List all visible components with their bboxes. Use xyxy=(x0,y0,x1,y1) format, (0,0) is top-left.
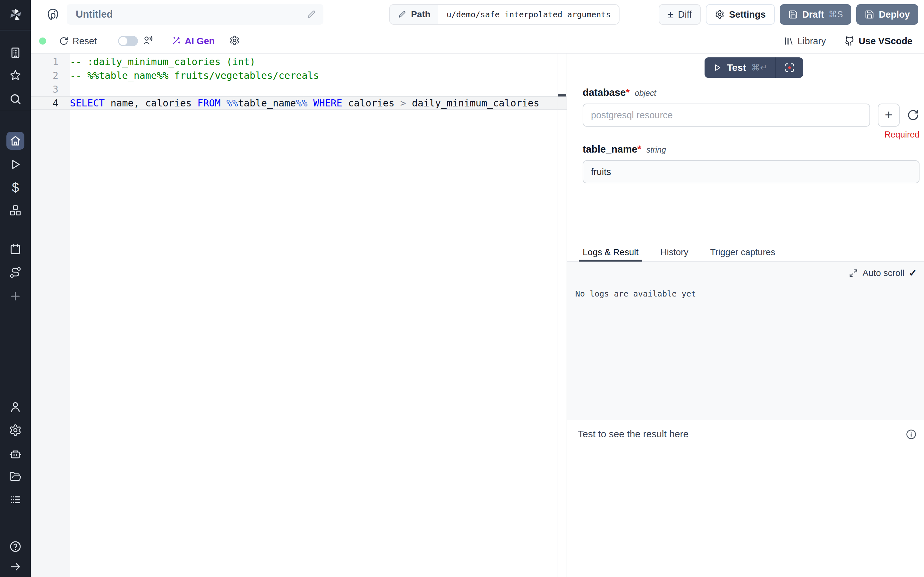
expand-icon[interactable] xyxy=(849,269,858,277)
arrow-right-icon xyxy=(9,560,22,573)
refresh-icon xyxy=(59,36,69,46)
tab-logs-result[interactable]: Logs & Result xyxy=(583,243,638,261)
code-row-3: 3 xyxy=(31,82,567,96)
save-icon xyxy=(865,10,874,19)
sidebar-item-home[interactable] xyxy=(6,132,24,150)
gear-icon xyxy=(9,424,22,437)
add-resource-button[interactable]: + xyxy=(878,103,900,127)
draft-button[interactable]: Draft ⌘S xyxy=(780,4,851,25)
sidebar-divider xyxy=(0,110,31,110)
sidebar-item-workers[interactable] xyxy=(0,445,31,463)
sidebar-collapse-toggle[interactable] xyxy=(0,558,31,576)
test-button[interactable]: Test ⌘↵ xyxy=(704,57,775,78)
use-vscode-button[interactable]: Use VScode xyxy=(845,36,913,47)
table-name-input[interactable] xyxy=(583,160,919,183)
test-shortcut: ⌘↵ xyxy=(751,63,767,73)
calendar-icon xyxy=(9,243,22,255)
vscode-label: Use VScode xyxy=(859,36,913,47)
plus-label: + xyxy=(885,108,893,122)
library-icon xyxy=(783,36,794,46)
library-button[interactable]: Library xyxy=(783,36,826,47)
status-dot xyxy=(39,37,46,45)
draft-shortcut: ⌘S xyxy=(829,9,843,19)
editor-toolbar: Reset AI Gen Library Use VScode xyxy=(31,29,924,53)
database-input[interactable] xyxy=(583,103,870,127)
required-asterisk: * xyxy=(638,143,641,155)
play-icon xyxy=(713,63,722,72)
table-name-field-row xyxy=(583,160,919,183)
user-icon xyxy=(9,401,22,414)
database-required-error: Required xyxy=(583,130,919,140)
help-icon xyxy=(9,540,22,553)
deploy-button[interactable]: Deploy xyxy=(856,4,918,25)
path-pill[interactable]: Path u/demo/safe_interpolated_arguments xyxy=(389,4,620,25)
script-title-field[interactable]: Untitled xyxy=(67,4,323,25)
toolbar-divider xyxy=(31,53,924,53)
sidebar-item-settings[interactable] xyxy=(0,421,31,439)
capture-button[interactable] xyxy=(776,57,803,78)
code-line-1: -- :daily_minimum_calories (int) xyxy=(70,55,255,69)
topbar-actions: ± Diff Settings Draft ⌘S Deploy xyxy=(659,4,918,25)
sidebar-item-search[interactable] xyxy=(0,90,31,108)
cursor-position-marker xyxy=(558,94,566,97)
field-type: string xyxy=(646,145,666,155)
sidebar-item-schedules[interactable] xyxy=(0,240,31,258)
list-icon xyxy=(9,493,22,506)
checkmark-icon[interactable]: ✓ xyxy=(909,268,917,279)
ai-gen-button[interactable]: AI Gen xyxy=(171,36,215,47)
windmill-logo[interactable] xyxy=(0,5,31,25)
multiplayer-users-icon[interactable] xyxy=(142,35,153,47)
editor-settings-gear-icon[interactable] xyxy=(229,35,240,47)
sidebar-item-triggers[interactable] xyxy=(0,263,31,282)
home-icon xyxy=(9,134,22,147)
search-icon xyxy=(9,93,22,105)
code-editor[interactable]: 1 -- :daily_minimum_calories (int) 2 -- … xyxy=(31,53,567,577)
auto-scroll-label: Auto scroll xyxy=(863,268,905,278)
settings-label: Settings xyxy=(729,9,766,20)
settings-button[interactable]: Settings xyxy=(706,4,774,25)
auto-scroll-control[interactable]: Auto scroll ✓ xyxy=(849,268,917,279)
table-name-field-label: table_name * string xyxy=(583,143,919,155)
path-label: Path xyxy=(411,9,431,19)
sidebar-item-resources[interactable] xyxy=(0,201,31,219)
sidebar-item-folders[interactable] xyxy=(0,467,31,485)
toolbar-right-group: Library Use VScode xyxy=(783,36,913,47)
library-label: Library xyxy=(798,36,826,47)
tab-trigger-captures[interactable]: Trigger captures xyxy=(710,243,775,261)
code-lines: 1 -- :daily_minimum_calories (int) 2 -- … xyxy=(31,55,567,110)
line-number: 4 xyxy=(31,96,70,110)
building-icon xyxy=(9,47,22,59)
sidebar-item-help[interactable] xyxy=(0,538,31,556)
logs-area: Auto scroll ✓ No logs are available yet xyxy=(567,261,924,420)
field-name: database xyxy=(583,87,626,98)
sidebar-item-favorites[interactable] xyxy=(0,66,31,84)
edit-path-pencil-icon xyxy=(397,10,407,19)
sidebar-item-logs[interactable] xyxy=(0,491,31,509)
overview-ruler[interactable] xyxy=(557,53,567,577)
sidebar: $ xyxy=(0,0,31,577)
sidebar-item-add[interactable] xyxy=(0,287,31,305)
windmill-app: $ Untitled Path u/demo/safe_interpolated… xyxy=(0,0,924,577)
sidebar-item-workspace[interactable] xyxy=(0,44,31,62)
reset-button[interactable]: Reset xyxy=(59,36,97,47)
line-number: 3 xyxy=(31,82,70,96)
sidebar-item-runs[interactable] xyxy=(0,155,31,173)
diff-button[interactable]: ± Diff xyxy=(659,4,701,25)
run-panel: Test ⌘↵ database * object + Required xyxy=(567,53,924,577)
sidebar-item-variables[interactable]: $ xyxy=(0,179,31,197)
boxes-icon xyxy=(9,204,22,217)
edit-title-pencil-icon[interactable] xyxy=(306,9,317,19)
required-asterisk: * xyxy=(626,87,630,98)
arguments-form: database * object + Required table_name … xyxy=(567,85,924,183)
line-number: 1 xyxy=(31,55,70,69)
star-icon xyxy=(9,69,22,82)
gear-icon xyxy=(715,10,724,19)
refresh-resource-icon[interactable] xyxy=(907,109,919,121)
sidebar-item-account[interactable] xyxy=(0,398,31,416)
info-icon[interactable] xyxy=(905,429,917,440)
tab-history[interactable]: History xyxy=(660,243,688,261)
code-row-2: 2 -- %%table_name%% fruits/vegetables/ce… xyxy=(31,69,567,82)
test-button-group: Test ⌘↵ xyxy=(704,57,803,78)
multiplayer-toggle[interactable] xyxy=(118,36,138,46)
reset-label: Reset xyxy=(73,36,97,47)
